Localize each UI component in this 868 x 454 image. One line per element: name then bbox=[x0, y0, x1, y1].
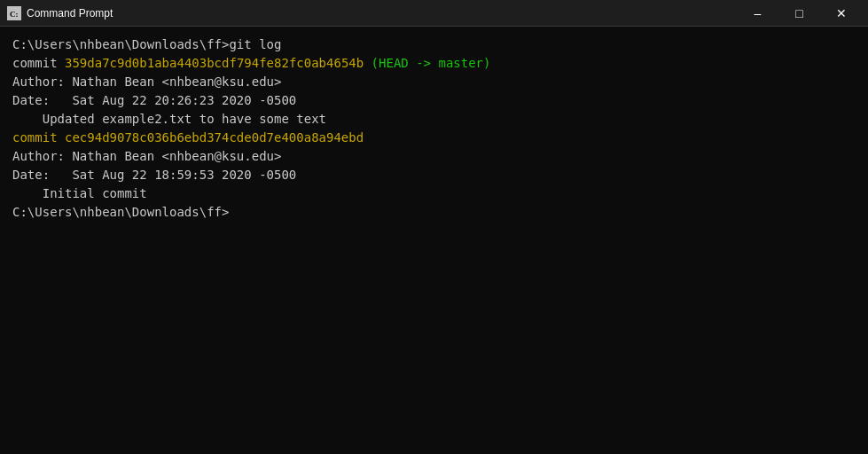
title-bar-left: C: Command Prompt bbox=[7, 6, 113, 20]
terminal-line: Initial commit bbox=[12, 184, 856, 203]
terminal-line: Author: Nathan Bean <nhbean@ksu.edu> bbox=[12, 147, 856, 166]
terminal-line: Date: Sat Aug 22 18:59:53 2020 -0500 bbox=[12, 166, 856, 184]
terminal-line: commit 359da7c9d0b1aba4403bcdf794fe82fc0… bbox=[12, 54, 856, 73]
terminal-line: Updated example2.txt to have some text bbox=[12, 110, 856, 129]
terminal-line: Date: Sat Aug 22 20:26:23 2020 -0500 bbox=[12, 91, 856, 110]
command-prompt-icon: C: bbox=[7, 6, 21, 20]
maximize-button[interactable]: □ bbox=[779, 0, 819, 27]
title-bar-controls[interactable]: – □ ✕ bbox=[738, 0, 861, 27]
terminal: C:\Users\nhbean\Downloads\ff>git logcomm… bbox=[0, 27, 868, 454]
close-button[interactable]: ✕ bbox=[821, 0, 861, 27]
svg-text:C:: C: bbox=[10, 10, 19, 19]
title-bar: C: Command Prompt – □ ✕ bbox=[0, 0, 868, 27]
minimize-button[interactable]: – bbox=[738, 0, 778, 27]
terminal-line: commit cec94d9078c036b6ebd374cde0d7e400a… bbox=[12, 129, 856, 147]
terminal-line: C:\Users\nhbean\Downloads\ff> bbox=[12, 203, 856, 222]
window-title: Command Prompt bbox=[27, 7, 113, 20]
terminal-line: C:\Users\nhbean\Downloads\ff>git log bbox=[12, 35, 856, 54]
terminal-line: Author: Nathan Bean <nhbean@ksu.edu> bbox=[12, 73, 856, 91]
